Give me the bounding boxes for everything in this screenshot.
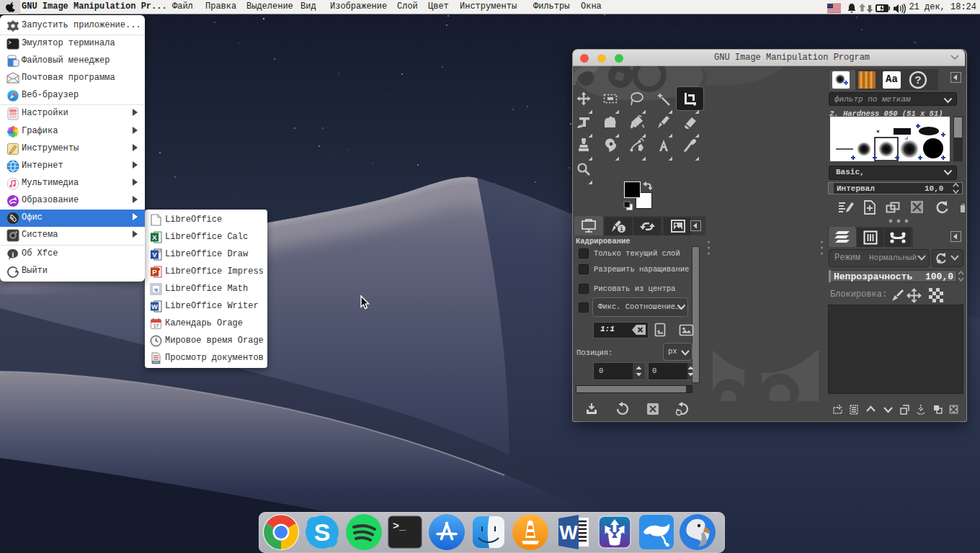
svg-text:W: W xyxy=(559,522,578,544)
svg-text:i: i xyxy=(620,226,624,233)
svg-text:17: 17 xyxy=(153,323,159,328)
svg-text:S: S xyxy=(314,518,331,546)
svg-text:P: P xyxy=(152,268,157,276)
svg-text:?: ? xyxy=(914,75,921,87)
svg-text:i: i xyxy=(12,251,14,258)
svg-text:V: V xyxy=(152,251,157,258)
svg-text:X: X xyxy=(152,233,157,241)
svg-text:π: π xyxy=(154,286,158,293)
svg-text:W: W xyxy=(151,302,158,310)
svg-text:>_: >_ xyxy=(393,521,406,533)
